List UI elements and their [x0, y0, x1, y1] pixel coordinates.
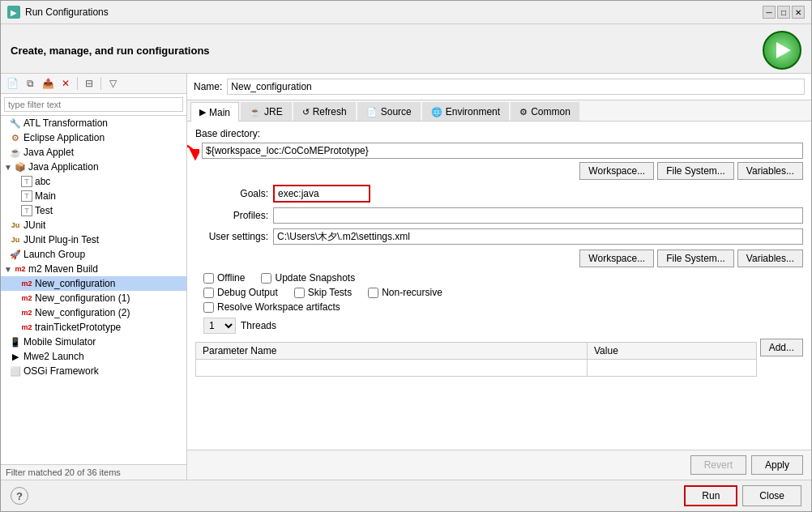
- add-parameter-button[interactable]: Add...: [760, 339, 803, 356]
- offline-checkbox[interactable]: Offline: [203, 272, 245, 284]
- debug-output-input[interactable]: [203, 288, 214, 298]
- help-button[interactable]: ?: [11, 487, 28, 505]
- tree-item-train-ticket[interactable]: m2 trainTicketPrototype: [1, 320, 186, 335]
- tab-label: JRE: [264, 106, 283, 117]
- filter-input[interactable]: [4, 97, 183, 112]
- name-label: Name:: [194, 81, 222, 92]
- skip-tests-checkbox[interactable]: Skip Tests: [294, 287, 352, 298]
- base-dir-section: Base directory:: [195, 128, 803, 180]
- tree-item-junit[interactable]: Ju JUnit: [1, 218, 186, 233]
- tree-item-new-config[interactable]: m2 New_configuration: [1, 276, 186, 291]
- java-app-icon: 📦: [15, 161, 26, 173]
- variables-btn-1[interactable]: Variables...: [737, 162, 803, 180]
- variables-btn-2[interactable]: Variables...: [737, 250, 803, 267]
- tab-environment[interactable]: 🌐 Environment: [422, 102, 509, 121]
- workspace-btn-2[interactable]: Workspace...: [579, 250, 654, 267]
- tree-item-label: New_configuration (1): [35, 292, 130, 304]
- tree-item-new-config-1[interactable]: m2 New_configuration (1): [1, 291, 186, 305]
- mwe2-icon: ▶: [10, 351, 21, 362]
- title-bar-left: ▶ Run Configurations: [7, 6, 109, 19]
- tree-item-label: ATL Transformation: [24, 117, 108, 129]
- eclipse-icon: ⚙: [10, 132, 21, 143]
- tab-common[interactable]: ⚙ Common: [511, 102, 579, 121]
- run-icon-button[interactable]: [763, 31, 801, 70]
- debug-output-label: Debug Output: [217, 287, 278, 298]
- tab-refresh[interactable]: ↺ Refresh: [293, 102, 356, 121]
- tree-item-mwe2[interactable]: ▶ Mwe2 Launch: [1, 349, 186, 364]
- tree-item-atl[interactable]: 🔧 ATL Transformation: [1, 116, 186, 130]
- tree-item-mobile-sim[interactable]: 📱 Mobile Simulator: [1, 335, 186, 349]
- tree-item-abc[interactable]: T abc: [1, 174, 186, 189]
- delete-button[interactable]: ✕: [58, 75, 74, 92]
- skip-tests-input[interactable]: [294, 288, 305, 298]
- tree-item-applet[interactable]: ☕ Java Applet: [1, 145, 186, 160]
- tree-item-label: Mwe2 Launch: [24, 351, 84, 362]
- user-settings-buttons: Workspace... File System... Variables...: [195, 250, 803, 267]
- minimize-button[interactable]: ─: [763, 6, 776, 19]
- revert-button[interactable]: Revert: [690, 455, 746, 475]
- resolve-workspace-input[interactable]: [203, 302, 214, 313]
- tree-item-junit-plugin[interactable]: Ju JUnit Plug-in Test: [1, 233, 186, 247]
- params-table-wrap: Parameter Name Value: [195, 339, 757, 377]
- apply-button[interactable]: Apply: [751, 455, 803, 475]
- non-recursive-input[interactable]: [368, 288, 378, 298]
- tree-item-label: OSGi Framework: [24, 365, 99, 377]
- title-controls: ─ □ ✕: [763, 6, 805, 19]
- tree-item-label: New_configuration (2): [35, 307, 130, 318]
- tree-item-eclipse[interactable]: ⚙ Eclipse Application: [1, 130, 186, 145]
- tab-main[interactable]: ▶ Main: [190, 102, 239, 122]
- tree-item-java-app[interactable]: ▼ 📦 Java Application: [1, 160, 186, 174]
- maven-expand-arrow: ▼: [4, 265, 12, 274]
- tab-source[interactable]: 📄 Source: [357, 102, 421, 121]
- tree-item-osgi[interactable]: ⬜ OSGi Framework: [1, 364, 186, 378]
- main-content: 📄 ⧉ 📤 ✕ ⊟ ▽ 🔧 ATL Transformation: [1, 74, 811, 480]
- run-button[interactable]: Run: [684, 485, 737, 506]
- profiles-label: Profiles:: [195, 210, 268, 221]
- resolve-workspace-checkbox[interactable]: Resolve Workspace artifacts: [203, 301, 340, 313]
- main-icon: T: [21, 190, 32, 202]
- tree-item-label: m2 Maven Build: [28, 263, 98, 275]
- export-button[interactable]: 📤: [40, 75, 56, 92]
- base-dir-input[interactable]: [202, 143, 803, 159]
- tab-jre[interactable]: ☕ JRE: [241, 102, 292, 121]
- filter-button[interactable]: ▽: [105, 75, 121, 92]
- tree-item-test[interactable]: T Test: [1, 203, 186, 218]
- empty-param-value: [588, 360, 757, 377]
- close-button[interactable]: ✕: [792, 6, 805, 19]
- close-button-footer[interactable]: Close: [742, 485, 801, 506]
- tab-label: Source: [381, 106, 412, 117]
- tree-item-label: JUnit Plug-in Test: [24, 234, 99, 245]
- maximize-button[interactable]: □: [777, 6, 790, 19]
- tree-item-new-config-2[interactable]: m2 New_configuration (2): [1, 305, 186, 320]
- update-snapshots-checkbox[interactable]: Update Snapshots: [261, 272, 355, 284]
- refresh-tab-icon: ↺: [302, 107, 310, 117]
- tree-item-main[interactable]: T Main: [1, 189, 186, 203]
- skip-tests-label: Skip Tests: [308, 287, 352, 298]
- user-settings-input[interactable]: [273, 228, 803, 245]
- tree-item-label: trainTicketPrototype: [35, 322, 121, 333]
- new-config-button[interactable]: 📄: [4, 75, 20, 92]
- offline-checkbox-input[interactable]: [203, 273, 214, 284]
- workspace-btn-1[interactable]: Workspace...: [579, 162, 654, 180]
- update-snapshots-input[interactable]: [261, 273, 271, 284]
- header-bar: Create, manage, and run configurations: [1, 24, 811, 74]
- tree-item-maven-build[interactable]: ▼ m2 m2 Maven Build: [1, 262, 186, 276]
- goals-input[interactable]: [273, 185, 370, 203]
- collapse-button[interactable]: ⊟: [81, 75, 97, 92]
- tree-item-launch-group[interactable]: 🚀 Launch Group: [1, 247, 186, 262]
- tabs-bar: ▶ Main ☕ JRE ↺ Refresh 📄 Source 🌐 En: [187, 100, 811, 122]
- file-system-btn-2[interactable]: File System...: [657, 250, 734, 267]
- tab-content-main: Base directory:: [187, 122, 811, 450]
- checkbox-row-1: Offline Update Snapshots: [203, 272, 803, 284]
- threads-select[interactable]: 1 2 4: [203, 318, 236, 334]
- debug-output-checkbox[interactable]: Debug Output: [203, 287, 278, 298]
- tab-label: Common: [531, 106, 571, 117]
- non-recursive-checkbox[interactable]: Non-recursive: [368, 287, 442, 298]
- header-subtitle: Create, manage, and run configurations: [11, 45, 210, 57]
- profiles-input[interactable]: [273, 207, 803, 224]
- applet-icon: ☕: [10, 147, 21, 158]
- duplicate-button[interactable]: ⧉: [22, 75, 38, 92]
- name-input[interactable]: [227, 79, 805, 95]
- file-system-btn-1[interactable]: File System...: [657, 162, 734, 180]
- tree-item-label: Mobile Simulator: [24, 336, 96, 348]
